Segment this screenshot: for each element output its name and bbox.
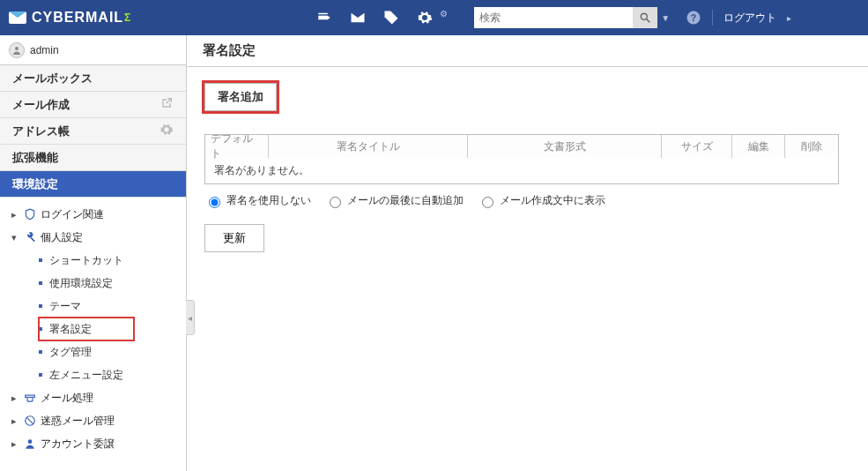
svg-rect-5 — [26, 395, 35, 397]
user-row: admin — [0, 35, 186, 65]
tree-sub-label: 署名設定 — [49, 322, 92, 337]
svg-text:?: ? — [691, 12, 696, 23]
help-icon[interactable]: ? — [686, 10, 701, 26]
divider — [712, 10, 713, 26]
svg-point-8 — [28, 439, 33, 444]
sidebar-item-settings[interactable]: 環境設定 — [0, 171, 186, 198]
svg-point-4 — [15, 47, 19, 50]
tree-label: 個人設定 — [41, 230, 83, 245]
sidebar-item-mailbox[interactable]: メールボックス — [0, 65, 186, 92]
caret-right-icon: ▸ — [9, 209, 19, 221]
tree-label: ログイン関連 — [41, 207, 104, 222]
radio-append-input[interactable] — [330, 197, 341, 208]
tree-leftmenu[interactable]: 左メニュー設定 — [39, 363, 186, 386]
app-name: CYBERMAIL — [32, 10, 123, 26]
bullet-icon — [39, 281, 42, 285]
tree-mailproc[interactable]: ▸ メール処理 — [9, 386, 186, 409]
radio-append[interactable]: メールの最後に自動追加 — [325, 193, 464, 208]
gear-icon — [160, 123, 174, 139]
tree-delegate[interactable]: ▸ アカウント委譲 — [9, 432, 186, 455]
tree-signature[interactable]: 署名設定 — [39, 318, 134, 340]
search-input[interactable] — [474, 7, 633, 28]
tools-icon — [23, 231, 37, 243]
svg-line-1 — [647, 19, 650, 23]
col-default: デフォルト — [205, 135, 269, 158]
sidebar-item-extensions[interactable]: 拡張機能 — [0, 145, 186, 171]
sidebar-label: 拡張機能 — [12, 150, 58, 166]
bullet-icon — [39, 350, 42, 354]
add-signature-button[interactable]: 署名追加 — [204, 83, 277, 111]
shield-icon — [23, 208, 37, 221]
user-name: admin — [30, 44, 59, 56]
logout-link[interactable]: ログアウト — [723, 11, 776, 26]
sigma-icon: Σ — [124, 11, 131, 24]
tree-sub-label: テーマ — [49, 299, 81, 314]
search-dropdown-caret-icon[interactable]: ▼ — [661, 13, 670, 23]
bullet-icon — [39, 258, 42, 262]
mail-icon[interactable] — [350, 10, 366, 26]
radio-label: メールの最後に自動追加 — [347, 193, 464, 208]
settings-gear-icon[interactable] — [417, 10, 433, 26]
sidebar-label: 環境設定 — [12, 176, 58, 192]
fetch-mail-icon[interactable] — [316, 10, 332, 26]
tag-icon[interactable] — [383, 10, 399, 26]
radio-inline-input[interactable] — [482, 197, 493, 208]
sidebar-item-compose[interactable]: メール作成 — [0, 92, 186, 118]
tree-sub-label: ショートカット — [49, 253, 123, 268]
search-button[interactable] — [633, 7, 657, 28]
caret-down-icon: ▾ — [9, 232, 19, 243]
sidebar-label: アドレス帳 — [12, 123, 70, 139]
signature-table: デフォルト 署名タイトル 文書形式 サイズ 編集 削除 署名がありません。 — [204, 134, 839, 184]
signature-usage-radios: 署名を使用しない メールの最後に自動追加 メール作成文中に表示 — [204, 193, 850, 208]
table-header: デフォルト 署名タイトル 文書形式 サイズ 編集 削除 — [205, 135, 838, 158]
tree-sub-label: 左メニュー設定 — [49, 368, 123, 383]
radio-none[interactable]: 署名を使用しない — [204, 193, 311, 208]
table-empty-message: 署名がありません。 — [205, 158, 838, 183]
user-icon — [23, 437, 37, 450]
tree-tag[interactable]: タグ管理 — [39, 340, 186, 363]
col-title: 署名タイトル — [269, 135, 468, 158]
bullet-icon — [39, 327, 42, 331]
small-gear-icon: ⚙ — [440, 9, 448, 19]
tree-sub-label: 使用環境設定 — [49, 276, 113, 291]
collapse-handle-icon[interactable]: ◂ — [186, 300, 195, 335]
tree-personal[interactable]: ▾ 個人設定 — [9, 226, 186, 249]
tree-label: 迷惑メール管理 — [41, 414, 115, 429]
bullet-icon — [39, 373, 42, 377]
svg-point-0 — [642, 13, 648, 19]
col-format: 文書形式 — [468, 135, 662, 158]
sidebar-label: メールボックス — [12, 71, 93, 86]
popout-icon — [160, 96, 174, 113]
col-size: サイズ — [662, 135, 732, 158]
block-icon — [23, 415, 37, 427]
page-title: 署名設定 — [187, 35, 868, 67]
avatar-icon — [9, 42, 25, 58]
svg-line-7 — [26, 417, 33, 424]
tree-label: アカウント委譲 — [41, 437, 115, 452]
bullet-icon — [39, 304, 42, 308]
tree-label: メール処理 — [41, 391, 93, 406]
caret-right-icon: ▸ — [9, 438, 19, 450]
tree-login[interactable]: ▸ ログイン関連 — [9, 203, 186, 226]
radio-label: メール作成文中に表示 — [500, 193, 605, 208]
col-delete: 削除 — [785, 135, 838, 158]
update-button[interactable]: 更新 — [204, 224, 264, 252]
caret-right-icon: ▸ — [9, 415, 19, 427]
col-edit: 編集 — [732, 135, 785, 158]
tree-env[interactable]: 使用環境設定 — [39, 272, 186, 295]
sidebar-item-address[interactable]: アドレス帳 — [0, 118, 186, 145]
sidebar-label: メール作成 — [12, 97, 70, 113]
app-logo: CYBERMAILΣ — [9, 10, 131, 26]
tree-sub-label: タグ管理 — [49, 345, 92, 360]
filter-icon — [23, 392, 37, 404]
tree-theme[interactable]: テーマ — [39, 295, 186, 318]
tree-shortcut[interactable]: ショートカット — [39, 249, 186, 272]
radio-inline[interactable]: メール作成文中に表示 — [478, 193, 605, 208]
chevron-right-icon: ▸ — [787, 13, 791, 23]
caret-right-icon: ▸ — [9, 392, 19, 404]
radio-label: 署名を使用しない — [226, 193, 311, 208]
radio-none-input[interactable] — [209, 197, 220, 208]
mail-logo-icon — [9, 11, 26, 24]
tree-spam[interactable]: ▸ 迷惑メール管理 — [9, 409, 186, 432]
